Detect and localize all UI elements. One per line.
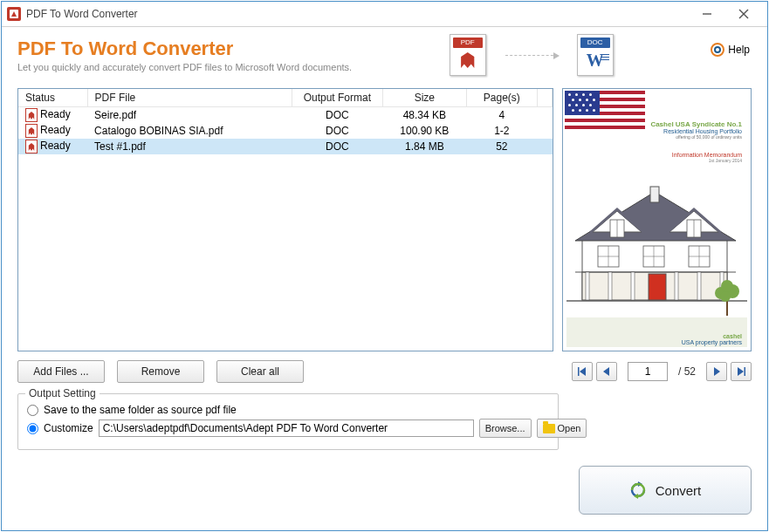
page-subtitle: Let you quickly and accurately convert P… (17, 62, 352, 72)
output-path-input[interactable] (99, 419, 474, 437)
tree-icon (712, 279, 742, 316)
add-files-button[interactable]: Add Files ... (17, 360, 105, 383)
col-file[interactable]: PDF File (87, 89, 292, 107)
help-icon (711, 43, 724, 57)
app-window: PDF To Word Converter PDF To Word Conver… (1, 1, 768, 531)
radio-customize-label: Customize (44, 422, 93, 434)
radio-customize-input[interactable] (27, 423, 38, 434)
preview-pane: Cashel USA Syndicate No.1 Residential Ho… (562, 88, 752, 351)
file-table[interactable]: Status PDF File Output Format Size Page(… (17, 88, 553, 351)
svg-rect-7 (586, 272, 589, 300)
svg-rect-11 (697, 272, 701, 300)
folder-icon (543, 424, 555, 433)
svg-marker-39 (580, 367, 586, 376)
col-pages[interactable]: Page(s) (466, 89, 537, 107)
svg-rect-38 (578, 367, 580, 376)
doc-icon: DOC (577, 34, 614, 76)
minimize-button[interactable] (689, 4, 725, 24)
svg-rect-9 (631, 272, 635, 300)
pdf-file-icon (25, 108, 38, 122)
svg-marker-41 (714, 367, 720, 376)
svg-marker-42 (738, 367, 744, 376)
table-row[interactable]: ReadySeire.pdfDOC48.34 KB4 (18, 107, 553, 124)
preview-memo: Information Memorandum 1st January 2014 (672, 152, 742, 163)
first-page-button[interactable] (572, 362, 593, 381)
browse-button[interactable]: Browse... (479, 419, 532, 438)
close-button[interactable] (725, 4, 762, 24)
output-setting: Output Setting Save to the same folder a… (17, 393, 559, 450)
svg-rect-23 (650, 187, 659, 202)
prev-page-button[interactable] (596, 362, 617, 381)
svg-rect-13 (649, 274, 666, 300)
clear-all-button[interactable]: Clear all (216, 360, 304, 383)
us-flag-icon (565, 91, 645, 131)
pdf-file-icon (25, 140, 38, 153)
preview-brand: cashel USA property partners (682, 333, 742, 345)
refresh-icon (629, 481, 647, 499)
help-label: Help (728, 44, 750, 56)
output-legend: Output Setting (25, 387, 100, 399)
svg-rect-8 (608, 272, 612, 300)
app-icon (7, 7, 21, 21)
open-button[interactable]: Open (537, 419, 587, 438)
help-link[interactable]: Help (711, 43, 750, 57)
col-size[interactable]: Size (382, 89, 466, 107)
pdf-icon: PDF (450, 34, 486, 76)
svg-point-36 (721, 280, 733, 292)
col-format[interactable]: Output Format (292, 89, 382, 107)
preview-title: Cashel USA Syndicate No.1 Residential Ho… (650, 120, 742, 140)
next-page-button[interactable] (706, 362, 727, 381)
convert-button[interactable]: Convert (579, 466, 752, 515)
radio-same-input[interactable] (27, 405, 38, 416)
radio-same-folder[interactable]: Save to the same folder as source pdf fi… (27, 404, 549, 416)
svg-point-37 (720, 291, 731, 302)
remove-button[interactable]: Remove (117, 360, 204, 383)
page-total: / 52 (678, 365, 696, 378)
svg-rect-43 (745, 367, 746, 376)
table-row[interactable]: ReadyCatalogo BOBINAS SIA.pdfDOC100.90 K… (18, 123, 553, 139)
page-title: PDF To Word Converter (17, 38, 352, 60)
col-status[interactable]: Status (18, 89, 87, 107)
titlebar: PDF To Word Converter (2, 2, 767, 27)
window-title: PDF To Word Converter (26, 8, 138, 20)
page-input[interactable] (628, 362, 668, 381)
svg-rect-10 (675, 272, 678, 300)
table-row[interactable]: ReadyTest #1.pdfDOC1.84 MB52 (18, 139, 553, 154)
pdf-file-icon (25, 124, 38, 138)
arrow-icon (505, 55, 558, 56)
last-page-button[interactable] (731, 362, 752, 381)
svg-marker-40 (603, 367, 609, 376)
